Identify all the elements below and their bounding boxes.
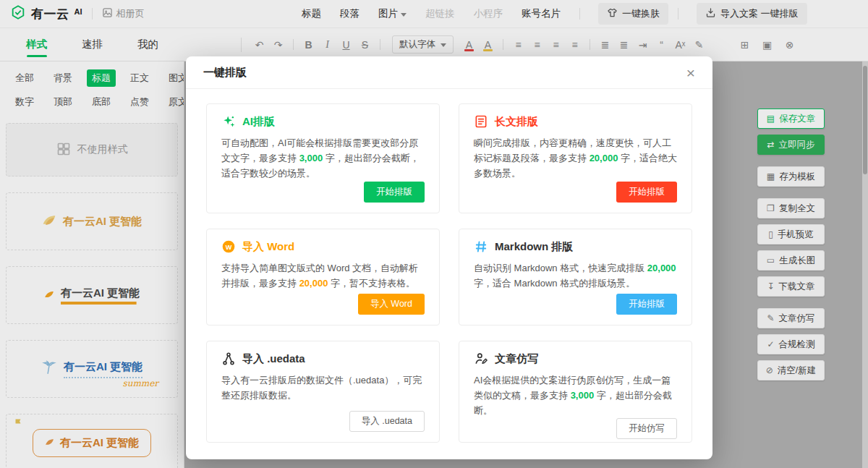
modal-card-head: 文章仿写	[474, 352, 677, 366]
start-long-text-layout-button[interactable]: 开始排版	[616, 182, 677, 203]
modal-card-import-word: W 导入 Word 支持导入简单图文版式的 Word 文档，自动解析并排版，最多…	[206, 229, 440, 326]
modal-card-desc: 支持导入简单图文版式的 Word 文档，自动解析并排版，最多支持 20,000 …	[221, 260, 425, 291]
import-uedata-button[interactable]: 导入 .uedata	[349, 411, 425, 432]
start-imitation-button[interactable]: 开始仿写	[616, 418, 677, 439]
app-root: 有一云 AI 相册页 标题 段落 图片 超链接 小程序 账号名片 一键换肤	[0, 0, 868, 468]
modal-card-import-uedata: 导入 .uedata 导入有一云排版后的数据文件（.uedata），可完整还原排…	[206, 341, 440, 443]
close-icon[interactable]: ×	[686, 65, 695, 80]
modal-card-head: 导入 .uedata	[221, 352, 425, 366]
modal-card-title: AI排版	[242, 115, 275, 129]
writer-icon	[474, 352, 488, 366]
modal-card-head: 长文排版	[474, 114, 677, 129]
modal-card-foot: 导入 Word	[221, 294, 425, 315]
modal-card-title: Markdown 排版	[495, 240, 573, 254]
modal-card-desc: AI会根据提供的文案进行伪原创仿写，生成一篇类似的文稿，最多支持 3,000 字…	[474, 373, 677, 418]
modal-card-long-text-layout: 长文排版 瞬间完成排版，内容更精确，速度更快，可人工标记标题及段落，最多支持 2…	[459, 103, 692, 213]
modal-card-markdown-layout: Markdown 排版 自动识别 Markdown 格式，快速完成排版 20,0…	[459, 229, 692, 326]
modal-card-desc: 导入有一云排版后的数据文件（.uedata），可完整还原排版数据。	[221, 373, 425, 403]
svg-text:W: W	[226, 244, 232, 251]
import-word-button[interactable]: 导入 Word	[358, 294, 425, 315]
modal-card-foot: 导入 .uedata	[221, 411, 425, 432]
modal-card-title: 导入 .uedata	[242, 352, 305, 366]
modal-card-head: Markdown 排版	[474, 239, 677, 254]
modal-card-foot: 开始排版	[474, 294, 677, 315]
start-ai-layout-button[interactable]: 开始排版	[364, 182, 425, 203]
modal-card-title: 文章仿写	[495, 352, 538, 366]
modal-card-head: W 导入 Word	[221, 239, 425, 254]
modal-card-title: 导入 Word	[242, 240, 294, 254]
markdown-hash-icon	[474, 239, 488, 254]
modal-card-desc: 自动识别 Markdown 格式，快速完成排版 20,000 字，适合 Mark…	[474, 260, 677, 291]
modal-card-head: AI排版	[221, 114, 425, 129]
modal-card-foot: 开始排版	[221, 182, 425, 203]
modal-title: 一键排版	[203, 66, 247, 80]
modal-card-foot: 开始排版	[474, 182, 677, 203]
data-nodes-icon	[221, 352, 236, 366]
document-list-icon	[474, 114, 488, 129]
modal-card-ai-layout: AI排版 可自动配图，AI可能会根据排版需要更改部分原文文字，最多支持 3,00…	[206, 103, 440, 213]
modal-card-article-imitation: 文章仿写 AI会根据提供的文案进行伪原创仿写，生成一篇类似的文稿，最多支持 3,…	[459, 341, 692, 443]
ai-sparkle-icon	[221, 114, 236, 129]
modal-card-desc: 可自动配图，AI可能会根据排版需要更改部分原文文字，最多支持 3,000 字，超…	[221, 135, 425, 181]
start-markdown-layout-button[interactable]: 开始排版	[616, 294, 677, 315]
modal-header: 一键排版 ×	[186, 56, 712, 89]
modal-card-title: 长文排版	[495, 115, 538, 129]
word-icon: W	[221, 239, 236, 254]
modal-card-foot: 开始仿写	[474, 418, 677, 439]
modal-card-desc: 瞬间完成排版，内容更精确，速度更快，可人工标记标题及段落，最多支持 20,000…	[474, 135, 677, 181]
one-click-layout-modal: 一键排版 × AI排版 可自动配图，AI可能会根据排版需要更改部分原文文字，最多…	[186, 56, 712, 459]
modal-body: AI排版 可自动配图，AI可能会根据排版需要更改部分原文文字，最多支持 3,00…	[186, 89, 712, 459]
